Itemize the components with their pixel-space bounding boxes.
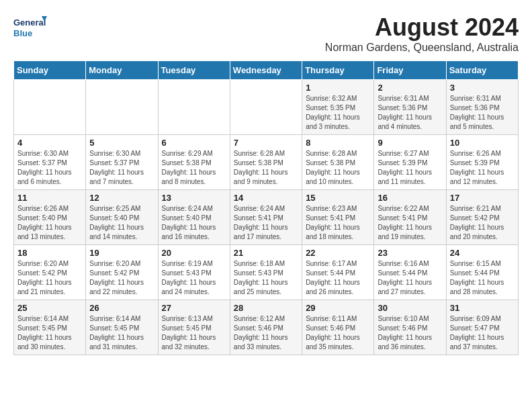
day-number: 2 bbox=[378, 83, 442, 93]
calendar-cell: 24Sunrise: 6:15 AM Sunset: 5:44 PM Dayli… bbox=[446, 245, 518, 300]
day-number: 1 bbox=[306, 83, 370, 93]
day-info: Sunrise: 6:31 AM Sunset: 5:36 PM Dayligh… bbox=[378, 94, 442, 132]
day-number: 14 bbox=[234, 193, 298, 203]
day-number: 29 bbox=[306, 303, 370, 313]
day-info: Sunrise: 6:21 AM Sunset: 5:42 PM Dayligh… bbox=[450, 204, 515, 242]
calendar-cell: 3Sunrise: 6:31 AM Sunset: 5:36 PM Daylig… bbox=[446, 80, 518, 135]
calendar-cell: 13Sunrise: 6:24 AM Sunset: 5:40 PM Dayli… bbox=[158, 190, 230, 245]
day-info: Sunrise: 6:20 AM Sunset: 5:42 PM Dayligh… bbox=[17, 259, 82, 297]
day-number: 17 bbox=[450, 193, 515, 203]
day-number: 12 bbox=[89, 193, 154, 203]
week-row-4: 18Sunrise: 6:20 AM Sunset: 5:42 PM Dayli… bbox=[14, 245, 519, 300]
calendar-cell: 11Sunrise: 6:26 AM Sunset: 5:40 PM Dayli… bbox=[14, 190, 86, 245]
day-info: Sunrise: 6:09 AM Sunset: 5:47 PM Dayligh… bbox=[450, 314, 515, 352]
day-info: Sunrise: 6:26 AM Sunset: 5:40 PM Dayligh… bbox=[17, 204, 82, 242]
day-number: 25 bbox=[17, 303, 82, 313]
day-number: 22 bbox=[306, 248, 370, 258]
day-info: Sunrise: 6:22 AM Sunset: 5:41 PM Dayligh… bbox=[378, 204, 442, 242]
header-monday: Monday bbox=[86, 61, 158, 80]
day-number: 8 bbox=[306, 138, 370, 148]
day-info: Sunrise: 6:13 AM Sunset: 5:45 PM Dayligh… bbox=[162, 314, 226, 352]
calendar-cell: 10Sunrise: 6:26 AM Sunset: 5:39 PM Dayli… bbox=[446, 135, 518, 190]
day-info: Sunrise: 6:25 AM Sunset: 5:40 PM Dayligh… bbox=[89, 204, 154, 242]
calendar-cell: 8Sunrise: 6:28 AM Sunset: 5:38 PM Daylig… bbox=[302, 135, 374, 190]
calendar-cell bbox=[230, 80, 302, 135]
day-info: Sunrise: 6:14 AM Sunset: 5:45 PM Dayligh… bbox=[89, 314, 154, 352]
day-number: 20 bbox=[162, 248, 226, 258]
day-number: 31 bbox=[450, 303, 515, 313]
location-subtitle: Norman Gardens, Queensland, Australia bbox=[325, 42, 519, 54]
calendar-cell: 16Sunrise: 6:22 AM Sunset: 5:41 PM Dayli… bbox=[374, 190, 446, 245]
day-number: 27 bbox=[162, 303, 226, 313]
day-info: Sunrise: 6:18 AM Sunset: 5:43 PM Dayligh… bbox=[234, 259, 298, 297]
day-info: Sunrise: 6:28 AM Sunset: 5:38 PM Dayligh… bbox=[306, 149, 370, 187]
day-info: Sunrise: 6:26 AM Sunset: 5:39 PM Dayligh… bbox=[450, 149, 515, 187]
calendar-cell: 1Sunrise: 6:32 AM Sunset: 5:35 PM Daylig… bbox=[302, 80, 374, 135]
day-number: 5 bbox=[89, 138, 154, 148]
day-number: 30 bbox=[378, 303, 442, 313]
calendar-cell bbox=[158, 80, 230, 135]
day-info: Sunrise: 6:23 AM Sunset: 5:41 PM Dayligh… bbox=[306, 204, 370, 242]
day-info: Sunrise: 6:31 AM Sunset: 5:36 PM Dayligh… bbox=[450, 94, 515, 132]
page-header: General Blue August 2024 Norman Gardens,… bbox=[13, 13, 519, 54]
week-row-2: 4Sunrise: 6:30 AM Sunset: 5:37 PM Daylig… bbox=[14, 135, 519, 190]
calendar-table: SundayMondayTuesdayWednesdayThursdayFrid… bbox=[13, 60, 519, 355]
calendar-cell: 5Sunrise: 6:30 AM Sunset: 5:37 PM Daylig… bbox=[86, 135, 158, 190]
week-row-1: 1Sunrise: 6:32 AM Sunset: 5:35 PM Daylig… bbox=[14, 80, 519, 135]
day-info: Sunrise: 6:30 AM Sunset: 5:37 PM Dayligh… bbox=[89, 149, 154, 187]
calendar-cell: 21Sunrise: 6:18 AM Sunset: 5:43 PM Dayli… bbox=[230, 245, 302, 300]
calendar-cell: 4Sunrise: 6:30 AM Sunset: 5:37 PM Daylig… bbox=[14, 135, 86, 190]
calendar-cell: 9Sunrise: 6:27 AM Sunset: 5:39 PM Daylig… bbox=[374, 135, 446, 190]
day-number: 19 bbox=[89, 248, 154, 258]
header-thursday: Thursday bbox=[302, 61, 374, 80]
day-number: 24 bbox=[450, 248, 515, 258]
calendar-cell: 17Sunrise: 6:21 AM Sunset: 5:42 PM Dayli… bbox=[446, 190, 518, 245]
day-info: Sunrise: 6:14 AM Sunset: 5:45 PM Dayligh… bbox=[17, 314, 82, 352]
calendar-cell: 6Sunrise: 6:29 AM Sunset: 5:38 PM Daylig… bbox=[158, 135, 230, 190]
weekday-header-row: SundayMondayTuesdayWednesdayThursdayFrid… bbox=[14, 61, 519, 80]
header-friday: Friday bbox=[374, 61, 446, 80]
day-info: Sunrise: 6:32 AM Sunset: 5:35 PM Dayligh… bbox=[306, 94, 370, 132]
day-info: Sunrise: 6:27 AM Sunset: 5:39 PM Dayligh… bbox=[378, 149, 442, 187]
day-number: 18 bbox=[17, 248, 82, 258]
day-info: Sunrise: 6:17 AM Sunset: 5:44 PM Dayligh… bbox=[306, 259, 370, 297]
day-number: 3 bbox=[450, 83, 515, 93]
calendar-cell: 27Sunrise: 6:13 AM Sunset: 5:45 PM Dayli… bbox=[158, 300, 230, 355]
day-number: 21 bbox=[234, 248, 298, 258]
day-number: 26 bbox=[89, 303, 154, 313]
calendar-cell: 28Sunrise: 6:12 AM Sunset: 5:46 PM Dayli… bbox=[230, 300, 302, 355]
day-number: 10 bbox=[450, 138, 515, 148]
day-info: Sunrise: 6:30 AM Sunset: 5:37 PM Dayligh… bbox=[17, 149, 82, 187]
calendar-cell: 20Sunrise: 6:19 AM Sunset: 5:43 PM Dayli… bbox=[158, 245, 230, 300]
day-info: Sunrise: 6:24 AM Sunset: 5:40 PM Dayligh… bbox=[162, 204, 226, 242]
calendar-cell bbox=[14, 80, 86, 135]
title-area: August 2024 Norman Gardens, Queensland, … bbox=[325, 13, 519, 54]
day-number: 6 bbox=[162, 138, 226, 148]
calendar-cell: 22Sunrise: 6:17 AM Sunset: 5:44 PM Dayli… bbox=[302, 245, 374, 300]
calendar-cell: 26Sunrise: 6:14 AM Sunset: 5:45 PM Dayli… bbox=[86, 300, 158, 355]
month-year-title: August 2024 bbox=[325, 13, 519, 42]
day-info: Sunrise: 6:20 AM Sunset: 5:42 PM Dayligh… bbox=[89, 259, 154, 297]
calendar-cell: 12Sunrise: 6:25 AM Sunset: 5:40 PM Dayli… bbox=[86, 190, 158, 245]
calendar-cell: 18Sunrise: 6:20 AM Sunset: 5:42 PM Dayli… bbox=[14, 245, 86, 300]
calendar-cell: 2Sunrise: 6:31 AM Sunset: 5:36 PM Daylig… bbox=[374, 80, 446, 135]
week-row-5: 25Sunrise: 6:14 AM Sunset: 5:45 PM Dayli… bbox=[14, 300, 519, 355]
calendar-cell: 15Sunrise: 6:23 AM Sunset: 5:41 PM Dayli… bbox=[302, 190, 374, 245]
day-number: 9 bbox=[378, 138, 442, 148]
calendar-cell: 7Sunrise: 6:28 AM Sunset: 5:38 PM Daylig… bbox=[230, 135, 302, 190]
day-info: Sunrise: 6:10 AM Sunset: 5:46 PM Dayligh… bbox=[378, 314, 442, 352]
svg-text:Blue: Blue bbox=[13, 28, 32, 38]
day-info: Sunrise: 6:24 AM Sunset: 5:41 PM Dayligh… bbox=[234, 204, 298, 242]
day-number: 16 bbox=[378, 193, 442, 203]
day-number: 23 bbox=[378, 248, 442, 258]
header-saturday: Saturday bbox=[446, 61, 518, 80]
day-info: Sunrise: 6:15 AM Sunset: 5:44 PM Dayligh… bbox=[450, 259, 515, 297]
day-info: Sunrise: 6:11 AM Sunset: 5:46 PM Dayligh… bbox=[306, 314, 370, 352]
day-info: Sunrise: 6:19 AM Sunset: 5:43 PM Dayligh… bbox=[162, 259, 226, 297]
calendar-cell: 30Sunrise: 6:10 AM Sunset: 5:46 PM Dayli… bbox=[374, 300, 446, 355]
calendar-cell: 23Sunrise: 6:16 AM Sunset: 5:44 PM Dayli… bbox=[374, 245, 446, 300]
week-row-3: 11Sunrise: 6:26 AM Sunset: 5:40 PM Dayli… bbox=[14, 190, 519, 245]
day-info: Sunrise: 6:12 AM Sunset: 5:46 PM Dayligh… bbox=[234, 314, 298, 352]
header-sunday: Sunday bbox=[14, 61, 86, 80]
day-number: 11 bbox=[17, 193, 82, 203]
